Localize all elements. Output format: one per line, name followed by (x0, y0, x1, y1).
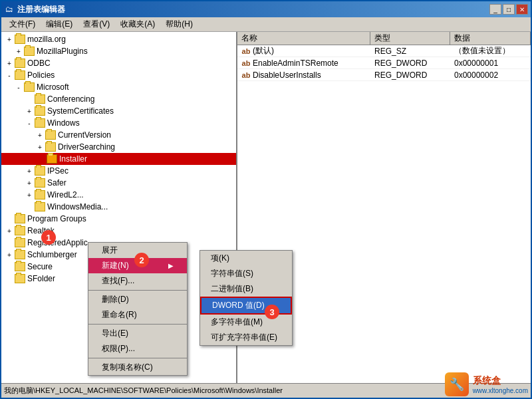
expand-windows[interactable]: - (24, 118, 35, 128)
brand-info: 系统盒 www.xltonghe.com (473, 375, 528, 394)
expand-currentversion[interactable]: + (35, 130, 45, 140)
reg-icon-disableuser: ab (241, 71, 251, 79)
tree-item-realtek[interactable]: + Realtek (1, 225, 236, 237)
table-row[interactable]: ab DisableUserInstalls REG_DWORD 0x00000… (237, 69, 531, 81)
expand-secure[interactable] (4, 261, 15, 272)
expand-conferencing[interactable] (24, 94, 35, 104)
ctx-sep-2 (88, 324, 187, 325)
folder-microsoft (24, 82, 35, 92)
submenu-dword[interactable]: DWORD 值(D) (200, 297, 292, 315)
table-row[interactable]: ab (默认) REG_SZ （数值未设置） (237, 45, 531, 57)
expand-wiredl2[interactable]: + (24, 190, 35, 200)
label-realtek: Realtek (27, 226, 55, 235)
label-wiredl2: WiredL2... (47, 190, 84, 200)
label-driversearching: DriverSearching (58, 142, 115, 152)
cell-name-enableadmin: ab EnableAdminTSRemote (237, 57, 370, 68)
folder-sfolder (15, 274, 25, 283)
tree-item-mozilla[interactable]: + mozilla.org (1, 33, 236, 45)
menu-view[interactable]: 查看(V) (78, 17, 115, 31)
expand-installer[interactable] (36, 154, 47, 164)
ctx-copy-name[interactable]: 复制项名称(C) (88, 360, 187, 375)
folder-windows (35, 118, 45, 128)
tree-item-windows[interactable]: - Windows (1, 117, 236, 129)
cell-name-disableuser: ab DisableUserInstalls (237, 69, 370, 80)
ctx-find[interactable]: 查找(F)... (88, 273, 187, 289)
expand-ipsec[interactable]: + (24, 166, 35, 176)
tree-item-mozillaplugins[interactable]: + MozillaPlugins (1, 45, 236, 57)
menu-file[interactable]: 文件(F) (4, 17, 41, 31)
label-odbc: ODBC (27, 59, 51, 68)
expand-safer[interactable]: + (24, 178, 35, 188)
folder-conferencing (35, 94, 45, 104)
tree-item-policies[interactable]: - Policies (1, 69, 236, 81)
expand-mozillaplugins[interactable]: + (13, 46, 24, 57)
label-registeredapplic: RegisteredApplic... (27, 238, 94, 247)
menu-help[interactable]: 帮助(H) (160, 17, 198, 31)
registry-editor-window: 🗂 注册表编辑器 _ □ ✕ 文件(F) 编辑(E) 查看(V) 收藏夹(A) … (0, 0, 532, 399)
maximize-button[interactable]: □ (503, 4, 515, 15)
cell-data-enableadmin: 0x00000001 (450, 57, 531, 68)
label-policies: Policies (27, 70, 55, 80)
cell-type-disableuser: REG_DWORD (370, 69, 450, 80)
expand-systemcerts[interactable]: + (24, 106, 35, 116)
folder-mozillaplugins (24, 47, 35, 56)
tree-item-ipsec[interactable]: + IPSec (1, 165, 236, 177)
tree-item-conferencing[interactable]: Conferencing (1, 93, 236, 105)
label-windows: Windows (47, 118, 80, 128)
folder-windowsmedia (35, 202, 45, 211)
close-button[interactable]: ✕ (516, 4, 528, 15)
ctx-permissions[interactable]: 权限(P)... (88, 341, 187, 356)
tree-item-driversearching[interactable]: + DriverSearching (1, 141, 236, 153)
expand-mozilla[interactable]: + (4, 34, 15, 45)
tree-item-systemcerts[interactable]: + SystemCertificates (1, 105, 236, 117)
submenu-multistring[interactable]: 多字符串值(M) (200, 315, 292, 330)
expand-microsoft[interactable]: - (13, 82, 24, 92)
expand-odbc[interactable]: + (4, 58, 15, 68)
folder-safer (35, 178, 45, 188)
cell-data-default: （数值未设置） (450, 45, 531, 57)
label-safer: Safer (47, 178, 66, 188)
reg-icon-default: ab (241, 47, 251, 55)
menu-favorites[interactable]: 收藏夹(A) (115, 17, 160, 31)
reg-icon-enableadmin: ab (241, 59, 251, 67)
submenu-new[interactable]: 项(K) 字符串值(S) 二进制值(B) DWORD 值(D) 多字符串值(M)… (200, 250, 293, 346)
ctx-rename[interactable]: 重命名(R) (88, 307, 187, 323)
label-ipsec: IPSec (47, 166, 68, 176)
expand-driversearching[interactable]: + (35, 142, 45, 152)
folder-ipsec (35, 166, 45, 176)
expand-policies[interactable]: - (4, 70, 15, 80)
ctx-delete[interactable]: 删除(D) (88, 292, 187, 307)
main-context-menu[interactable]: 展开 新建(N) ▶ 查找(F)... 删除(D) 重命名(R) (88, 242, 188, 376)
tree-item-odbc[interactable]: + ODBC (1, 57, 236, 69)
submenu-string[interactable]: 字符串值(S) (200, 266, 292, 281)
tree-item-windowsmedia[interactable]: WindowsMedia... (1, 201, 236, 213)
minimize-button[interactable]: _ (489, 4, 501, 15)
expand-registeredapplic[interactable] (4, 237, 15, 248)
ctx-expand[interactable]: 展开 (88, 243, 187, 258)
submenu-binary[interactable]: 二进制值(B) (200, 281, 292, 297)
label-microsoft: Microsoft (37, 82, 69, 92)
label-programgroups: Program Groups (27, 214, 86, 223)
tree-item-microsoft[interactable]: - Microsoft (1, 81, 236, 93)
submenu-key[interactable]: 项(K) (200, 251, 292, 266)
tree-item-wiredl2[interactable]: + WiredL2... (1, 189, 236, 201)
expand-realtek[interactable]: + (4, 225, 15, 236)
tree-item-programgroups[interactable]: Program Groups (1, 213, 236, 225)
folder-wiredl2 (35, 190, 45, 200)
label-windowsmedia: WindowsMedia... (47, 202, 108, 211)
folder-schlumberger (15, 250, 25, 259)
ctx-export[interactable]: 导出(E) (88, 326, 187, 341)
expand-programgroups[interactable] (4, 213, 15, 224)
tree-item-installer[interactable]: Installer (1, 153, 236, 165)
table-row[interactable]: ab EnableAdminTSRemote REG_DWORD 0x00000… (237, 57, 531, 69)
menu-edit[interactable]: 编辑(E) (41, 17, 78, 31)
folder-policies (15, 70, 25, 80)
tree-item-safer[interactable]: + Safer (1, 177, 236, 189)
tree-item-currentversion[interactable]: + CurrentVersion (1, 129, 236, 141)
expand-schlumberger[interactable]: + (4, 249, 15, 260)
submenu-expandstring[interactable]: 可扩充字符串值(E) (200, 330, 292, 345)
label-mozilla: mozilla.org (27, 35, 66, 44)
expand-sfolder[interactable] (4, 273, 15, 284)
expand-windowsmedia[interactable] (24, 201, 35, 212)
ctx-new[interactable]: 新建(N) ▶ (88, 258, 187, 273)
